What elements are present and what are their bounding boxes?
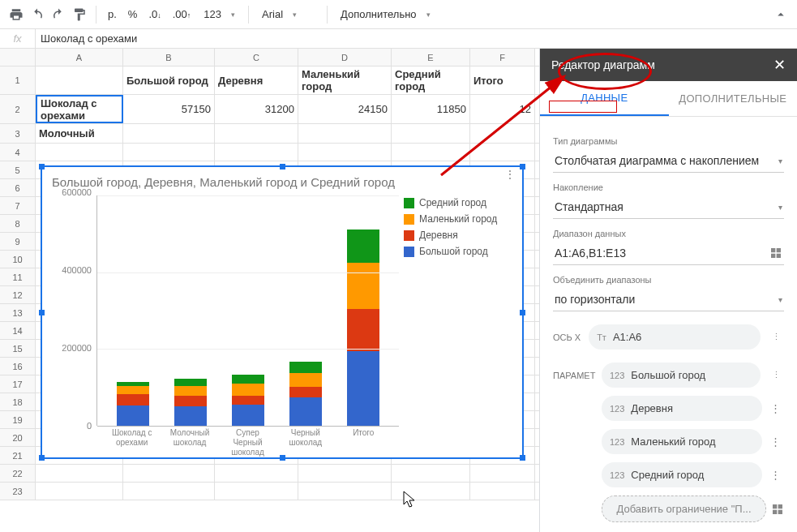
series-chip[interactable]: 123Маленький город [602,429,762,454]
cell[interactable] [392,124,470,143]
cell[interactable] [392,465,470,482]
more-dropdown[interactable]: Дополнительно▾ [334,8,437,20]
row-header[interactable]: 22 [0,465,36,482]
tab-customize[interactable]: ДОПОЛНИТЕЛЬНЫЕ [669,81,798,116]
cell[interactable]: 24150 [298,95,392,123]
col-header[interactable]: B [123,49,215,66]
combine-ranges-select[interactable]: по горизонтали▾ [553,288,784,311]
row-header[interactable]: 9 [0,233,36,250]
row-header[interactable]: 5 [0,161,36,178]
decrease-decimal[interactable]: .0↓ [144,8,165,20]
cell[interactable]: 12 [470,95,535,123]
series-chip[interactable]: 123Большой город [602,363,761,388]
cell[interactable] [470,144,535,161]
row-header[interactable]: 19 [0,411,36,428]
cell[interactable] [470,124,535,143]
cell[interactable] [215,483,298,500]
series-more-icon[interactable]: ⋮ [767,435,784,448]
tab-data[interactable]: ДАННЫЕ [540,81,669,116]
cell[interactable] [298,465,392,482]
cell[interactable] [298,483,392,500]
row-header[interactable]: 8 [0,215,36,232]
chart-object[interactable]: ⋮ Большой город, Деревня, Маленький горо… [41,165,524,459]
cell[interactable]: 11850 [392,95,470,123]
col-header[interactable]: A [36,49,123,66]
cell[interactable] [36,144,123,161]
col-header[interactable]: C [215,49,298,66]
redo-icon[interactable] [49,5,68,24]
currency-format[interactable]: p. [103,8,122,20]
cell[interactable]: Маленький город [298,66,392,94]
row-header[interactable]: 21 [0,447,36,464]
cell[interactable]: Молочный [36,124,123,143]
cell[interactable]: Итого [470,66,535,94]
cell[interactable] [470,483,535,500]
cell[interactable]: Большой город [123,66,215,94]
cell[interactable] [392,144,470,161]
cell[interactable] [36,483,123,500]
spreadsheet[interactable]: A B C D E F 1 Большой город Деревня Мале… [0,49,539,532]
cell[interactable] [215,144,298,161]
row-header[interactable]: 15 [0,340,36,357]
col-header[interactable]: D [298,49,392,66]
series-chip[interactable]: 123Деревня [602,396,762,421]
select-all-corner[interactable] [0,49,36,66]
cell[interactable] [123,124,215,143]
row-header[interactable]: 3 [0,124,36,143]
close-icon[interactable]: ✕ [773,56,786,74]
col-header[interactable]: F [470,49,535,66]
cell[interactable] [470,465,535,482]
collapse-toolbar-icon[interactable] [771,5,791,24]
cell[interactable] [36,465,123,482]
series-more-icon[interactable]: ⋮ [767,469,784,481]
cell[interactable] [215,465,298,482]
cell[interactable]: 31200 [215,95,298,123]
formula-input[interactable]: Шоколад с орехами [36,32,797,45]
col-header[interactable]: E [392,49,470,66]
cell[interactable]: Деревня [215,66,298,94]
row-header[interactable]: 2 [0,95,36,123]
cell[interactable]: Средний город [392,66,470,94]
cell[interactable] [123,465,215,482]
chart-type-select[interactable]: Столбчатая диаграмма с накоплением▾ [553,149,784,173]
number-format-dropdown[interactable]: 123▾ [197,8,242,20]
grid-select-icon[interactable] [769,247,782,260]
percent-format[interactable]: % [123,8,143,20]
row-header[interactable]: 16 [0,358,36,375]
cell-selected[interactable]: Шоколад с орехами [36,95,123,123]
cell[interactable] [123,483,215,500]
row-header[interactable]: 6 [0,179,36,196]
font-dropdown[interactable]: Arial▾ [255,8,320,20]
increase-decimal[interactable]: .00↑ [168,8,196,20]
series-chip[interactable]: 123Средний город [602,462,762,487]
xaxis-chip[interactable]: TтA1:A6 [589,324,761,350]
cell[interactable] [36,66,123,94]
add-series-chip[interactable]: Добавить ограничение "П... [602,496,766,522]
row-header[interactable]: 1 [0,66,36,94]
paint-format-icon[interactable] [70,5,89,24]
grid-select-icon[interactable] [771,503,784,516]
row-header[interactable]: 18 [0,393,36,410]
row-header[interactable]: 20 [0,429,36,446]
series-more-icon[interactable]: ⋮ [767,402,784,414]
row-header[interactable]: 12 [0,286,36,303]
row-header[interactable]: 17 [0,375,36,393]
print-icon[interactable] [6,5,26,24]
cell[interactable] [392,483,470,500]
cell[interactable] [298,144,392,161]
series-more-icon[interactable]: ⋮ [769,370,784,380]
stacking-select[interactable]: Стандартная▾ [553,195,784,219]
row-header[interactable]: 10 [0,251,36,268]
row-header[interactable]: 13 [0,304,36,321]
cell[interactable]: 57150 [123,95,215,123]
row-header[interactable]: 11 [0,268,36,285]
cell[interactable] [215,124,298,143]
row-header[interactable]: 14 [0,322,36,339]
cell[interactable] [123,144,215,161]
row-header[interactable]: 4 [0,144,36,161]
row-header[interactable]: 7 [0,197,36,214]
row-header[interactable]: 23 [0,483,36,500]
data-range-input[interactable]: A1:A6,B1:E13 [553,242,784,265]
xaxis-more-icon[interactable]: ⋮ [769,332,784,342]
undo-icon[interactable] [28,5,47,24]
